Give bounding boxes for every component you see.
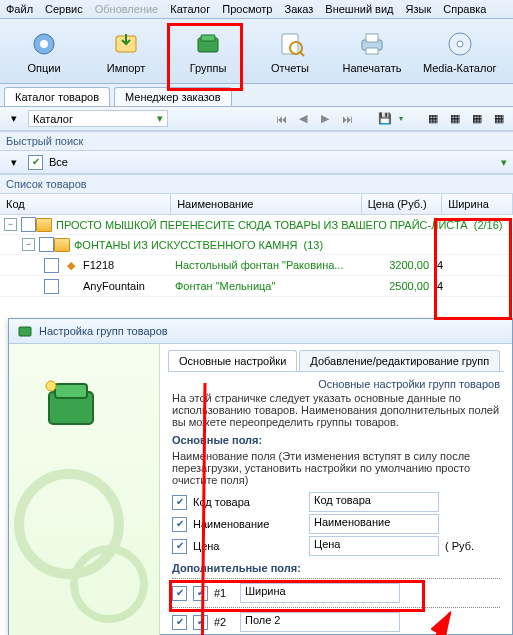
svg-point-12 xyxy=(457,41,463,47)
reports-button[interactable]: Отчеты xyxy=(252,23,328,79)
gear-icon xyxy=(28,28,60,60)
cell-code: F1218 xyxy=(83,259,175,271)
row-check[interactable] xyxy=(21,217,36,232)
menu-appearance[interactable]: Внешний вид xyxy=(325,3,393,15)
chevron-down-icon[interactable]: ▾ xyxy=(501,156,507,169)
menu-service[interactable]: Сервис xyxy=(45,3,83,15)
field-label: Наименование xyxy=(193,518,303,530)
panel-intro: На этой страничке следует указать основн… xyxy=(172,392,500,428)
nav-prev-icon[interactable]: ◀ xyxy=(295,111,311,127)
field-enable-check[interactable]: ✔ xyxy=(193,586,208,601)
separator xyxy=(172,607,500,608)
options-button[interactable]: Опции xyxy=(6,23,82,79)
collapse-icon[interactable]: − xyxy=(22,238,35,251)
dropdown-expand-icon[interactable]: ▾ xyxy=(6,111,22,127)
field-number: #1 xyxy=(214,587,234,599)
goods-list-title: Список товаров xyxy=(0,174,513,194)
col-width[interactable]: Ширина xyxy=(442,194,513,214)
panel-heading: Основные настройки групп товаров xyxy=(172,378,500,390)
field-show-check[interactable]: ✔ xyxy=(172,586,187,601)
menu-file[interactable]: Файл xyxy=(6,3,33,15)
menu-catalog[interactable]: Каталог xyxy=(170,3,210,15)
groups-icon xyxy=(17,323,33,339)
tree-root[interactable]: − ПРОСТО МЫШКОЙ ПЕРЕНЕСИТЕ СЮДА ТОВАРЫ И… xyxy=(0,215,513,235)
reports-icon xyxy=(274,28,306,60)
tab-catalog[interactable]: Каталог товаров xyxy=(4,87,110,106)
col-code[interactable]: Код xyxy=(0,194,171,214)
item-icon xyxy=(63,278,79,294)
grid-tool3-icon[interactable]: ▦ xyxy=(469,111,485,127)
media-catalog-button[interactable]: Media-Каталог xyxy=(416,23,504,79)
extra-field-input[interactable]: Поле 2 xyxy=(240,612,400,632)
grid-tool1-icon[interactable]: ▦ xyxy=(425,111,441,127)
catalog-dropdown[interactable]: Каталог ▾ xyxy=(28,110,168,127)
field-check[interactable]: ✔ xyxy=(172,517,187,532)
import-label: Импорт xyxy=(107,62,145,74)
menu-view[interactable]: Просмотр xyxy=(222,3,272,15)
row-check[interactable] xyxy=(44,279,59,294)
quicksearch-value: Все xyxy=(49,156,68,168)
save-icon[interactable]: 💾 xyxy=(377,111,393,127)
col-name[interactable]: Наименование xyxy=(171,194,361,214)
field-input[interactable]: Код товара xyxy=(309,492,439,512)
tree-group-label: ФОНТАНЫ ИЗ ИСКУССТВЕННОГО КАМНЯ xyxy=(74,239,297,251)
svg-point-17 xyxy=(19,474,119,574)
field-number: #2 xyxy=(214,616,234,628)
quicksearch-bar: ▾ ✔ Все ▾ xyxy=(0,151,513,174)
col-price[interactable]: Цена (Руб.) xyxy=(362,194,443,214)
nav-first-icon[interactable]: ⏮ xyxy=(273,111,289,127)
table-row[interactable]: AnyFountain Фонтан "Мельница" 2500,00 4 xyxy=(0,276,513,297)
field-label: Цена xyxy=(193,540,303,552)
collapse-icon[interactable]: − xyxy=(4,218,17,231)
menu-language[interactable]: Язык xyxy=(406,3,432,15)
svg-rect-10 xyxy=(366,48,378,54)
dialog-titlebar: Настройка групп товаров xyxy=(9,319,512,344)
nav-next-icon[interactable]: ▶ xyxy=(317,111,333,127)
print-button[interactable]: Напечатать xyxy=(334,23,410,79)
dropdown-expand-icon[interactable]: ▾ xyxy=(6,154,22,170)
field-input[interactable]: Цена xyxy=(309,536,439,556)
dialog-main: Основные настройки Добавление/редактиров… xyxy=(160,344,512,635)
group-settings-dialog: Настройка групп товаров Основные настрой… xyxy=(8,318,513,635)
extra-field-row-2: ✔ ✔ #2 Поле 2 xyxy=(172,612,500,632)
tab-add-edit-groups[interactable]: Добавление/редактирование групп xyxy=(299,350,500,371)
field-input[interactable]: Наименование xyxy=(309,514,439,534)
tab-main-settings[interactable]: Основные настройки xyxy=(168,350,297,371)
print-icon xyxy=(356,28,388,60)
cell-width: 4 xyxy=(429,280,477,292)
menu-update: Обновление xyxy=(95,3,159,15)
groups-button[interactable]: Группы xyxy=(170,23,246,79)
main-toolbar: Опции Импорт Группы Отчеты Напечатать Me… xyxy=(0,19,513,84)
quicksearch-check[interactable]: ✔ xyxy=(28,155,43,170)
catalog-subbar: ▾ Каталог ▾ ⏮ ◀ ▶ ⏭ 💾 ▾ ▦ ▦ ▦ ▦ xyxy=(0,107,513,131)
grid-tool2-icon[interactable]: ▦ xyxy=(447,111,463,127)
reports-label: Отчеты xyxy=(271,62,309,74)
field-check[interactable]: ✔ xyxy=(172,495,187,510)
tree-group[interactable]: − ФОНТАНЫ ИЗ ИСКУССТВЕННОГО КАМНЯ (13) xyxy=(0,235,513,255)
save-chevron-icon[interactable]: ▾ xyxy=(399,114,403,123)
table-row[interactable]: ◆ F1218 Настольный фонтан "Раковина... 3… xyxy=(0,255,513,276)
cell-width: 4 xyxy=(429,259,477,271)
grid-tool4-icon[interactable]: ▦ xyxy=(491,111,507,127)
row-check[interactable] xyxy=(39,237,54,252)
field-row-name: ✔ Наименование Наименование xyxy=(172,514,500,534)
menu-order[interactable]: Заказ xyxy=(284,3,313,15)
media-icon xyxy=(444,28,476,60)
groups-icon xyxy=(192,28,224,60)
dialog-tabs: Основные настройки Добавление/редактиров… xyxy=(168,350,504,372)
field-show-check[interactable]: ✔ xyxy=(172,615,187,630)
import-button[interactable]: Импорт xyxy=(88,23,164,79)
options-label: Опции xyxy=(27,62,60,74)
tab-order-manager[interactable]: Менеджер заказов xyxy=(114,87,232,106)
field-enable-check[interactable]: ✔ xyxy=(193,615,208,630)
import-icon xyxy=(110,28,142,60)
menu-help[interactable]: Справка xyxy=(443,3,486,15)
menu-bar: Файл Сервис Обновление Каталог Просмотр … xyxy=(0,0,513,19)
field-check[interactable]: ✔ xyxy=(172,539,187,554)
tree-group-count: (13) xyxy=(304,239,324,251)
extra-field-input[interactable]: Ширина xyxy=(240,583,400,603)
nav-last-icon[interactable]: ⏭ xyxy=(339,111,355,127)
row-check[interactable] xyxy=(44,258,59,273)
catalog-dropdown-label: Каталог xyxy=(33,113,73,125)
svg-rect-13 xyxy=(19,327,31,336)
